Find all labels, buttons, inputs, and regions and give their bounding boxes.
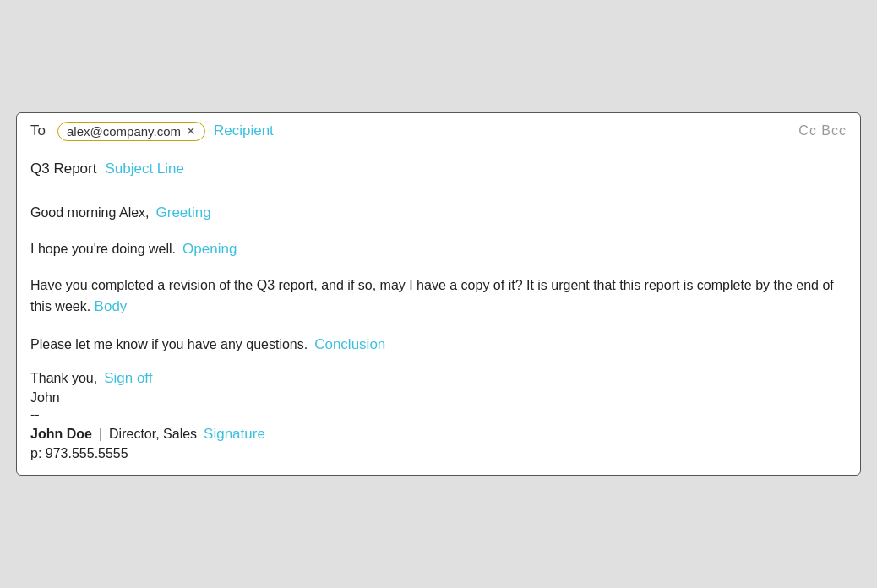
body-annotation: Body (95, 298, 128, 314)
greeting-text: Good morning Alex, (30, 203, 150, 223)
recipient-email: alex@company.com (67, 124, 181, 139)
to-label: To (30, 122, 46, 139)
email-body: Good morning Alex, Greeting I hope you'r… (17, 188, 860, 476)
signature-bold-name: John Doe (30, 427, 92, 442)
opening-line: I hope you're doing well. Opening (30, 238, 847, 260)
opening-text: I hope you're doing well. (30, 239, 176, 259)
signoff-line: Thank you, Sign off (30, 370, 847, 387)
subject-row: Q3 Report Subject Line (17, 150, 860, 188)
signoff-name: John (30, 390, 847, 406)
cc-bcc-button[interactable]: Cc Bcc (798, 123, 847, 139)
signature-separator: | (99, 427, 102, 442)
body-paragraph: Have you completed a revision of the Q3 … (30, 275, 847, 318)
subject-annotation: Subject Line (105, 161, 184, 177)
greeting-annotation: Greeting (156, 202, 211, 224)
recipient-annotation: Recipient (214, 122, 274, 139)
signature-annotation: Signature (204, 426, 265, 443)
body-text: Have you completed a revision of the Q3 … (30, 278, 834, 314)
subject-text: Q3 Report (30, 161, 96, 177)
greeting-line: Good morning Alex, Greeting (30, 202, 847, 224)
conclusion-text: Please let me know if you have any quest… (30, 335, 308, 355)
opening-annotation: Opening (182, 238, 237, 260)
to-row: To alex@company.com ✕ Recipient Cc Bcc (17, 113, 860, 150)
conclusion-line: Please let me know if you have any quest… (30, 334, 847, 356)
remove-recipient-button[interactable]: ✕ (186, 125, 196, 137)
signature-line: John Doe | Director, Sales Signature (30, 426, 847, 443)
signoff-annotation: Sign off (104, 370, 152, 387)
signature-title: Director, Sales (109, 427, 197, 442)
signature-phone: p: 973.555.5555 (30, 446, 847, 461)
signoff-text: Thank you, (30, 371, 97, 386)
conclusion-annotation: Conclusion (314, 334, 385, 356)
recipient-chip[interactable]: alex@company.com ✕ (57, 122, 205, 141)
email-composer: To alex@company.com ✕ Recipient Cc Bcc Q… (16, 112, 861, 476)
signoff-dashes: -- (30, 407, 847, 422)
signoff-block: Thank you, Sign off John -- John Doe | D… (30, 370, 847, 461)
